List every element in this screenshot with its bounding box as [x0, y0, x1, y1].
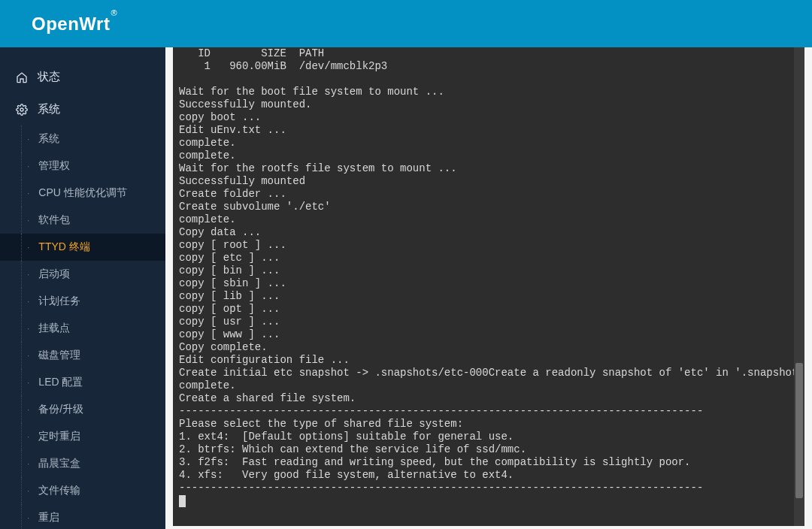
sidebar-item-startup[interactable]: ·启动项 [0, 261, 165, 288]
tree-tick-icon: · [27, 431, 29, 442]
sidebar-item-ttyd[interactable]: ·TTYD 终端 [0, 234, 165, 261]
nav-header-system-label: 系统 [38, 102, 60, 116]
brand-name: OpenWrt [32, 14, 110, 34]
tree-tick-icon: · [27, 377, 29, 388]
sidebar-item-label: 文件传输 [38, 484, 80, 497]
sidebar-item-label: 系统 [38, 132, 59, 146]
sidebar-item-mounts[interactable]: ·挂载点 [0, 315, 165, 342]
sidebar-item-label: 重启 [38, 511, 59, 524]
sidebar-item-label: 晶晨宝盒 [38, 457, 80, 470]
nav-header-status-label: 状态 [38, 70, 60, 84]
tree-tick-icon: · [27, 215, 29, 225]
tree-tick-icon: · [27, 161, 29, 171]
sidebar-item-label: LED 配置 [38, 376, 83, 389]
tree-tick-icon: · [27, 188, 29, 198]
tree-tick-icon: · [27, 485, 29, 496]
sidebar-item-cron[interactable]: ·计划任务 [0, 288, 165, 315]
sidebar-item-reboot[interactable]: ·重启 [0, 504, 165, 529]
nav-group-system: 系统 ·系统·管理权·CPU 性能优化调节·软件包·TTYD 终端·启动项·计划… [0, 93, 165, 529]
tree-tick-icon: · [27, 242, 29, 252]
main-content: ID SIZE PATH 1 960.00MiB /dev/mmcblk2p3 … [165, 47, 812, 529]
sidebar-item-label: 定时重启 [38, 430, 80, 443]
tree-tick-icon: · [27, 404, 29, 415]
sidebar-item-label: 计划任务 [38, 295, 80, 308]
sidebar-item-label: CPU 性能优化调节 [38, 186, 126, 200]
terminal-panel: ID SIZE PATH 1 960.00MiB /dev/mmcblk2p3 … [173, 47, 804, 526]
tree-tick-icon: · [27, 458, 29, 469]
sidebar-item-amlogic[interactable]: ·晶晨宝盒 [0, 450, 165, 477]
tree-tick-icon: · [27, 512, 29, 523]
sidebar-item-label: 软件包 [38, 213, 70, 227]
brand-logo[interactable]: OpenWrt® [32, 14, 117, 35]
sidebar-item-cpufreq[interactable]: ·CPU 性能优化调节 [0, 180, 165, 207]
tree-tick-icon: · [27, 350, 29, 361]
terminal-scrollbar-thumb[interactable] [795, 363, 803, 498]
sidebar-item-label: 挂载点 [38, 322, 70, 335]
terminal-scrollbar[interactable] [794, 47, 804, 526]
sidebar-item-backup[interactable]: ·备份/升级 [0, 396, 165, 423]
main-container: 状态 系统 ·系统·管理权·CPU 性能优化调节·软件包·TTYD 终端·启动项… [0, 47, 812, 529]
sidebar-item-label: 磁盘管理 [38, 349, 80, 362]
sidebar-item-admin[interactable]: ·管理权 [0, 153, 165, 180]
home-icon [15, 71, 29, 84]
sidebar-item-software[interactable]: ·软件包 [0, 207, 165, 234]
terminal-cursor [179, 495, 186, 507]
nav-items-system: ·系统·管理权·CPU 性能优化调节·软件包·TTYD 终端·启动项·计划任务·… [0, 125, 165, 529]
sidebar-item-reboot-sched[interactable]: ·定时重启 [0, 423, 165, 450]
terminal-output[interactable]: ID SIZE PATH 1 960.00MiB /dev/mmcblk2p3 … [173, 47, 804, 510]
tree-tick-icon: · [27, 296, 29, 307]
brand-reg: ® [111, 8, 117, 17]
sidebar-item-led[interactable]: ·LED 配置 [0, 369, 165, 396]
header: OpenWrt® [0, 0, 812, 47]
sidebar-item-diskman[interactable]: ·磁盘管理 [0, 342, 165, 369]
nav-header-system[interactable]: 系统 [0, 93, 165, 125]
sidebar: 状态 系统 ·系统·管理权·CPU 性能优化调节·软件包·TTYD 终端·启动项… [0, 47, 165, 529]
nav-header-status[interactable]: 状态 [0, 61, 165, 93]
sidebar-item-label: 管理权 [38, 159, 70, 173]
sidebar-item-system[interactable]: ·系统 [0, 125, 165, 153]
tree-tick-icon: · [27, 269, 29, 280]
sidebar-item-label: 备份/升级 [38, 403, 83, 416]
nav-group-status: 状态 [0, 61, 165, 93]
sidebar-item-label: TTYD 终端 [38, 240, 89, 254]
tree-tick-icon: · [27, 134, 29, 144]
svg-point-0 [20, 108, 23, 111]
sidebar-item-label: 启动项 [38, 268, 70, 281]
tree-tick-icon: · [27, 323, 29, 334]
sidebar-item-filetransfer[interactable]: ·文件传输 [0, 477, 165, 504]
gear-icon [15, 103, 29, 116]
